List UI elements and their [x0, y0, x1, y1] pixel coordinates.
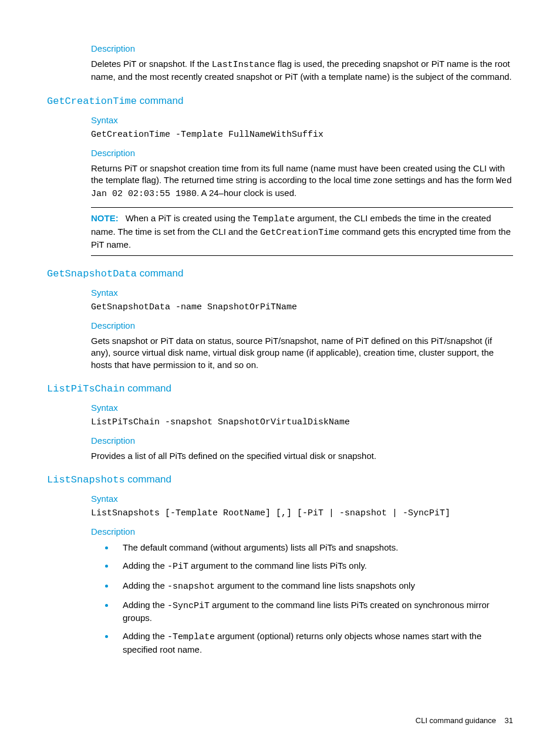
text-run: argument to the command line lists PiTs … [188, 561, 367, 571]
syntax-heading: Syntax [91, 115, 513, 125]
inline-code: LastInstance [212, 60, 275, 70]
text-run: Adding the [123, 580, 167, 590]
text-run: Adding the [123, 600, 167, 610]
description-heading: Description [91, 436, 513, 445]
command-name: ListSnapshots [47, 474, 125, 485]
list-item: Adding the -snapshot argument to the com… [114, 579, 513, 593]
list-item: Adding the -PiT argument to the command … [114, 559, 513, 573]
inline-code: Template [252, 214, 295, 224]
heading-suffix: command [125, 474, 171, 485]
description-paragraph: Deletes PiT or snapshot. If the LastInst… [91, 58, 513, 83]
note-block: NOTE:When a PiT is created using the Tem… [91, 207, 513, 256]
description-heading: Description [91, 526, 513, 536]
syntax-line: ListPiTsChain -snapshot SnapshotOrVirtua… [91, 417, 513, 427]
text-run: Deletes PiT or snapshot. If the [91, 59, 212, 69]
page-number: 31 [505, 716, 513, 725]
text-run: Adding the [123, 631, 167, 641]
syntax-line: GetCreationTime -Template FullNameWithSu… [91, 130, 513, 140]
text-run: When a PiT is created using the [126, 213, 253, 223]
inline-code: -Template [167, 632, 215, 642]
text-run: The default command (without arguments) … [123, 542, 398, 552]
description-paragraph: Returns PiT or snapshot creation time fr… [91, 163, 513, 201]
description-paragraph: Gets snapshot or PiT data on status, sou… [91, 335, 513, 371]
list-item: Adding the -SyncPiT argument to the comm… [114, 599, 513, 625]
heading-suffix: command [137, 95, 183, 106]
footer-text: CLI command guidance [416, 716, 496, 725]
command-name: ListPiTsChain [47, 383, 125, 394]
document-page: Description Deletes PiT or snapshot. If … [0, 0, 560, 746]
heading-suffix: command [137, 268, 183, 279]
syntax-heading: Syntax [91, 403, 513, 413]
note-label: NOTE: [91, 213, 119, 223]
description-heading: Description [91, 43, 513, 53]
list-item: Adding the -Template argument (optional)… [114, 630, 513, 656]
description-heading: Description [91, 320, 513, 330]
page-footer: CLI command guidance 31 [416, 716, 513, 725]
inline-code: -SyncPiT [167, 601, 210, 611]
syntax-heading: Syntax [91, 494, 513, 504]
command-heading-listpitschain: ListPiTsChain command [47, 383, 513, 394]
command-heading-getcreationtime: GetCreationTime command [47, 95, 513, 107]
syntax-line: ListSnapshots [-Template RootName] [,] [… [91, 508, 513, 518]
inline-code: GetCreationTime [260, 228, 339, 238]
text-run: argument to the command line lists snaps… [215, 580, 415, 590]
command-name: GetCreationTime [47, 96, 137, 107]
inline-code: -snapshot [167, 582, 215, 592]
text-run: Adding the [123, 561, 167, 571]
list-item: The default command (without arguments) … [114, 541, 513, 553]
description-heading: Description [91, 148, 513, 158]
text-run: . A 24–hour clock is used. [197, 188, 296, 198]
text-run: Returns PiT or snapshot creation time fr… [91, 163, 505, 185]
syntax-heading: Syntax [91, 288, 513, 298]
command-heading-getsnapshotdata: GetSnapshotData command [47, 268, 513, 279]
command-heading-listsnapshots: ListSnapshots command [47, 474, 513, 485]
bullet-list: The default command (without arguments) … [91, 541, 513, 656]
command-name: GetSnapshotData [47, 268, 137, 279]
description-paragraph: Provides a list of all PiTs defined on t… [91, 450, 513, 462]
heading-suffix: command [125, 383, 171, 394]
syntax-line: GetSnapshotData -name SnapshotOrPiTName [91, 302, 513, 312]
inline-code: -PiT [167, 562, 188, 572]
